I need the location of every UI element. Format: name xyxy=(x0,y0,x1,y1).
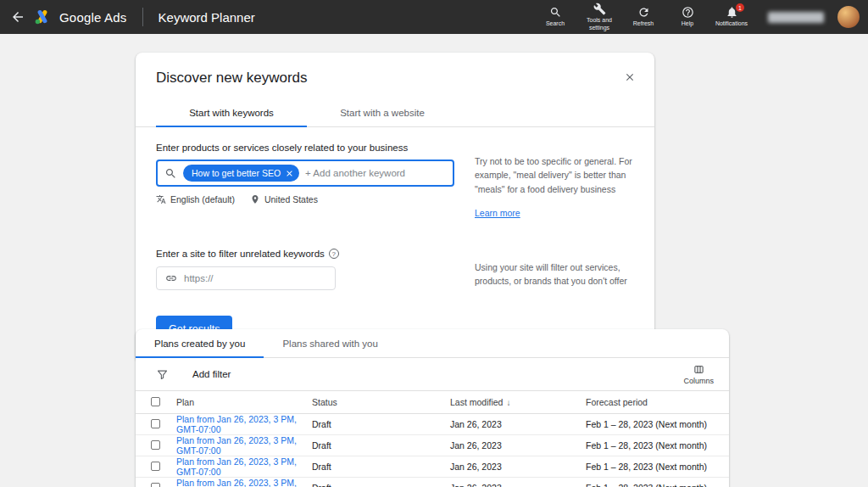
refresh-label: Refresh xyxy=(633,20,654,27)
last-modified-cell: Jan 26, 2023 xyxy=(443,478,579,487)
table-row: Plan from Jan 26, 2023, 3 PM, GMT-07:00 … xyxy=(136,456,729,478)
notifications-label: Notifications xyxy=(715,20,748,27)
site-tip: Using your site will filter out services… xyxy=(475,249,634,290)
top-app-bar: Google Ads Keyword Planner Search Tools … xyxy=(0,0,868,34)
tab-plans-created-by-you[interactable]: Plans created by you xyxy=(136,329,264,358)
refresh-button[interactable]: Refresh xyxy=(624,4,663,29)
account-info-redacted xyxy=(768,12,824,23)
select-all-checkbox[interactable] xyxy=(151,397,160,406)
status-cell: Draft xyxy=(305,414,443,435)
locale-row: English (default) United States xyxy=(156,194,454,204)
chip-remove-icon[interactable] xyxy=(285,169,294,178)
tab-label: Start with keywords xyxy=(189,108,274,118)
site-field-label: Enter a site to filter unrelated keyword… xyxy=(156,249,454,259)
help-icon xyxy=(682,6,694,19)
plan-link[interactable]: Plan from Jan 26, 2023, 3 PM, GMT-07:00 xyxy=(176,435,297,456)
help-button[interactable]: Help xyxy=(668,4,707,29)
header-forecast-period[interactable]: Forecast period xyxy=(579,391,729,414)
tools-and-settings-button[interactable]: Tools and settings xyxy=(580,1,619,32)
notifications-button[interactable]: 1 Notifications xyxy=(712,4,751,29)
tab-plans-shared-with-you[interactable]: Plans shared with you xyxy=(264,329,397,358)
row-checkbox[interactable] xyxy=(151,462,160,471)
site-url-placeholder: https:// xyxy=(184,273,214,283)
keywords-row: Enter products or services closely relat… xyxy=(136,143,654,220)
plan-link[interactable]: Plan from Jan 26, 2023, 3 PM, GMT-07:00 xyxy=(176,456,297,477)
site-url-input[interactable]: https:// xyxy=(156,266,336,290)
last-modified-cell: Jan 26, 2023 xyxy=(443,435,579,456)
plans-panel: Plans created by you Plans shared with y… xyxy=(136,329,729,487)
header-status[interactable]: Status xyxy=(305,391,443,414)
back-button[interactable] xyxy=(10,9,25,25)
keywords-input[interactable]: How to get better SEO + Add another keyw… xyxy=(156,160,454,187)
filter-icon[interactable] xyxy=(156,368,169,381)
translate-icon xyxy=(156,194,166,204)
location-pin-icon xyxy=(250,194,260,204)
status-cell: Draft xyxy=(305,478,443,487)
topbar-right: Search Tools and settings Refresh Help 1 xyxy=(536,1,860,32)
search-icon xyxy=(164,167,177,180)
plan-link[interactable]: Plan from Jan 26, 2023, 3 PM, GMT-07:00 xyxy=(176,414,297,434)
tab-start-with-website[interactable]: Start with a website xyxy=(307,98,458,127)
add-filter-button[interactable]: Add filter xyxy=(192,369,231,379)
avatar[interactable] xyxy=(837,6,860,28)
search-icon xyxy=(549,6,562,19)
close-icon[interactable] xyxy=(622,70,637,85)
search-button[interactable]: Search xyxy=(536,4,575,29)
table-row: Plan from Jan 26, 2023, 3 PM, GMT-07:00 … xyxy=(136,414,729,435)
wrench-icon xyxy=(593,3,606,15)
plans-toolbar: Add filter Columns xyxy=(136,358,729,390)
last-modified-cell: Jan 26, 2023 xyxy=(443,414,579,435)
keywords-tip: Try not to be too specific or general. F… xyxy=(475,143,634,220)
dialog-tabs: Start with keywords Start with a website xyxy=(136,98,654,127)
keyword-chip-label: How to get better SEO xyxy=(192,168,281,178)
header-last-modified-label: Last modified xyxy=(450,397,503,407)
row-checkbox[interactable] xyxy=(151,440,160,450)
columns-icon xyxy=(693,364,704,375)
arrow-back-icon xyxy=(10,9,25,25)
table-header-row: Plan Status Last modified↓ Forecast peri… xyxy=(136,391,729,414)
notification-badge: 1 xyxy=(736,3,744,12)
keywords-form: Enter products or services closely relat… xyxy=(156,143,454,220)
plan-link[interactable]: Plan from Jan 26, 2023, 3 PM, GMT-07:00 xyxy=(176,478,297,487)
search-label: Search xyxy=(546,20,565,27)
forecast-period-cell: Feb 1 – 28, 2023 (Next month) xyxy=(579,456,729,478)
columns-button[interactable]: Columns xyxy=(683,364,714,385)
site-label-text: Enter a site to filter unrelated keyword… xyxy=(156,249,325,259)
link-icon xyxy=(165,272,177,284)
page-title: Keyword Planner xyxy=(159,10,255,25)
learn-more-link[interactable]: Learn more xyxy=(475,206,520,220)
google-ads-logo-icon xyxy=(34,8,51,25)
keywords-field-label: Enter products or services closely relat… xyxy=(156,143,454,153)
keyword-chip[interactable]: How to get better SEO xyxy=(183,165,299,182)
add-keyword-placeholder: + Add another keyword xyxy=(305,168,405,178)
last-modified-cell: Jan 26, 2023 xyxy=(443,456,579,478)
tab-label: Start with a website xyxy=(340,108,425,118)
sort-descending-icon: ↓ xyxy=(506,398,510,407)
forecast-period-cell: Feb 1 – 28, 2023 (Next month) xyxy=(579,435,729,456)
forecast-period-cell: Feb 1 – 28, 2023 (Next month) xyxy=(579,478,729,487)
topbar-divider xyxy=(142,8,143,26)
tab-label: Plans created by you xyxy=(154,339,245,349)
refresh-icon xyxy=(637,6,650,19)
tab-start-with-keywords[interactable]: Start with keywords xyxy=(156,98,307,127)
dialog-title: Discover new keywords xyxy=(156,70,308,87)
keywords-tip-text: Try not to be too specific or general. F… xyxy=(475,156,632,194)
location-value[interactable]: United States xyxy=(264,194,318,204)
columns-label: Columns xyxy=(683,377,714,385)
row-checkbox[interactable] xyxy=(151,483,160,487)
dialog-header: Discover new keywords xyxy=(136,53,654,87)
table-row: Plan from Jan 26, 2023, 3 PM, GMT-07:00 … xyxy=(136,435,729,456)
row-checkbox[interactable] xyxy=(151,419,160,428)
status-cell: Draft xyxy=(305,435,443,456)
site-row: Enter a site to filter unrelated keyword… xyxy=(136,249,654,290)
topbar-left: Google Ads Keyword Planner xyxy=(10,8,255,26)
site-help-icon[interactable]: ? xyxy=(329,249,339,259)
site-tip-text: Using your site will filter out services… xyxy=(475,262,627,286)
language-value[interactable]: English (default) xyxy=(170,194,235,204)
header-plan[interactable]: Plan xyxy=(170,391,305,414)
site-form: Enter a site to filter unrelated keyword… xyxy=(156,249,454,290)
forecast-period-cell: Feb 1 – 28, 2023 (Next month) xyxy=(579,414,729,435)
header-last-modified[interactable]: Last modified↓ xyxy=(443,391,579,414)
tools-and-settings-label: Tools and settings xyxy=(581,17,618,31)
status-cell: Draft xyxy=(305,456,443,478)
